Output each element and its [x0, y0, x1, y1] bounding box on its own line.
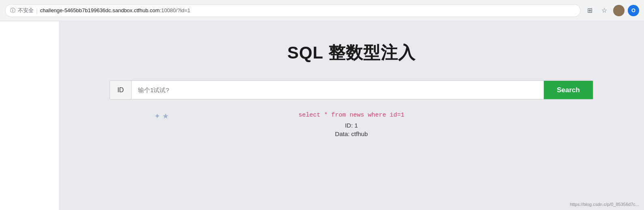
search-button[interactable]: Search [544, 81, 593, 99]
search-input[interactable] [131, 81, 544, 99]
result-data: Data: ctfhub [110, 130, 593, 137]
result-id: ID: 1 [110, 122, 593, 129]
sql-query-display: select * from news where id=1 [110, 112, 593, 119]
results-area: ✦ ★ select * from news where id=1 ID: 1 … [110, 112, 593, 137]
url-separator: | [36, 7, 38, 14]
url-host: challenge-5465bb7b199636dc.sandbox.ctfhu… [40, 7, 190, 13]
account-icon[interactable]: O [628, 5, 639, 16]
left-white-panel [0, 21, 59, 210]
page-title: SQL 整数型注入 [287, 41, 416, 64]
bookmark-icon[interactable]: ☆ [599, 5, 610, 16]
star-decoration-icon: ✦ ★ [154, 112, 169, 121]
browser-icons: ⊞ ☆ O [584, 5, 639, 16]
url-port-path: :10080/?id=1 [160, 7, 191, 13]
main-content-area: SQL 整数型注入 ID Search ✦ ★ select * from ne… [59, 21, 644, 210]
url-host-text: challenge-5465bb7b199636dc.sandbox.ctfhu… [40, 7, 160, 13]
footer-link[interactable]: https://blog.csdn.c/p/0_85356d7c... [570, 202, 639, 207]
address-bar[interactable]: ⓘ 不安全 | challenge-5465bb7b199636dc.sandb… [5, 4, 581, 17]
translate-icon[interactable]: ⊞ [584, 5, 595, 16]
insecure-icon: ⓘ [10, 7, 15, 14]
insecure-label: 不安全 [18, 7, 34, 14]
profile-avatar[interactable] [613, 5, 625, 16]
id-label: ID [110, 81, 131, 99]
page-wrapper: SQL 整数型注入 ID Search ✦ ★ select * from ne… [0, 21, 644, 210]
search-form: ID Search [110, 80, 593, 100]
browser-chrome: ⓘ 不安全 | challenge-5465bb7b199636dc.sandb… [0, 0, 644, 21]
